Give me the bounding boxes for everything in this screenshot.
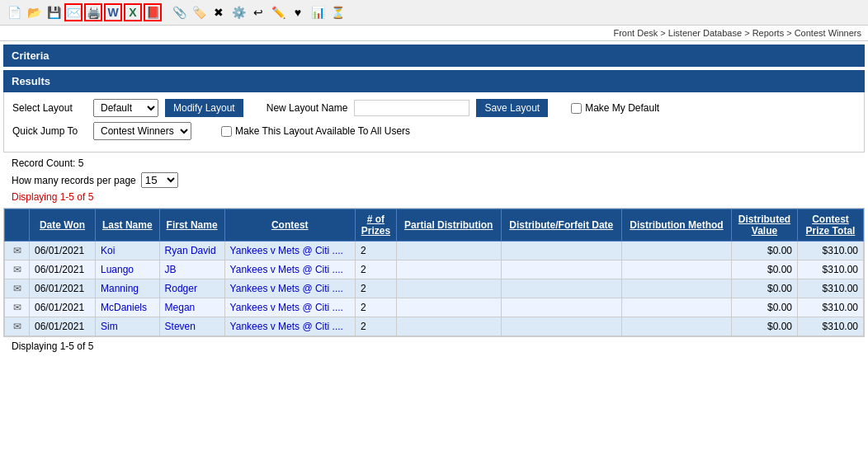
cell-link-first_name[interactable]: Rodger: [165, 283, 197, 294]
col-header-first_name[interactable]: First Name: [159, 209, 224, 242]
spinner-icon[interactable]: ⏳: [328, 3, 347, 21]
cell-link-contest[interactable]: Yankees v Mets @ Citi ....: [230, 302, 343, 313]
col-header-dist_forfeit[interactable]: Distribute/Forfeit Date: [501, 209, 621, 242]
cell-contest_prize_total: $310.00: [798, 298, 864, 317]
cell-dist_value: $0.00: [732, 317, 798, 336]
layout-controls: Select Layout DefaultCustom1Custom2 Modi…: [3, 92, 865, 153]
cell-contest: Yankees v Mets @ Citi ....: [224, 298, 355, 317]
cell-link-first_name[interactable]: Megan: [165, 302, 196, 313]
col-header-date_won[interactable]: Date Won: [30, 209, 96, 242]
quick-jump-select[interactable]: Contest WinnersOption2: [93, 122, 191, 140]
refresh-icon[interactable]: ↩: [249, 3, 267, 21]
make-available-checkbox[interactable]: [221, 126, 232, 137]
cell-link-contest[interactable]: Yankees v Mets @ Citi ....: [230, 264, 343, 275]
email-row-icon[interactable]: ✉: [13, 283, 21, 294]
cell-num_prizes: 2: [355, 260, 396, 279]
edit-icon[interactable]: ✏️: [269, 3, 287, 21]
make-default-label[interactable]: Make My Default: [571, 102, 659, 114]
heart-icon[interactable]: ♥: [289, 3, 307, 21]
cell-link-first_name[interactable]: JB: [165, 264, 177, 275]
cell-date_won: 06/01/2021: [30, 317, 96, 336]
col-header-num_prizes[interactable]: # of Prizes: [355, 209, 396, 242]
table-body: ✉06/01/2021KoiRyan DavidYankees v Mets @…: [5, 242, 864, 336]
open-icon[interactable]: 📂: [25, 3, 43, 21]
cell-first_name: Rodger: [159, 279, 224, 298]
cell-dist_method: [621, 298, 731, 317]
toolbar: 📄📂💾✉️🖨️WX📕📎🏷️✖⚙️↩✏️♥📊⏳: [0, 0, 868, 26]
new-doc-icon[interactable]: 📄: [5, 3, 23, 21]
cell-last_name: Koi: [96, 242, 160, 260]
cell-link-contest[interactable]: Yankees v Mets @ Citi ....: [230, 283, 343, 294]
cell-icon: ✉: [5, 242, 30, 260]
chart-icon[interactable]: 📊: [309, 3, 327, 21]
cell-icon: ✉: [5, 317, 30, 336]
cell-date_won: 06/01/2021: [30, 279, 96, 298]
col-header-partial_dist[interactable]: Partial Distribution: [396, 209, 501, 242]
cell-dist_value: $0.00: [732, 260, 798, 279]
new-layout-name-input[interactable]: [354, 100, 469, 116]
make-default-checkbox[interactable]: [571, 103, 582, 114]
cell-link-last_name[interactable]: Manning: [101, 283, 139, 294]
cell-link-first_name[interactable]: Steven: [165, 321, 196, 332]
cell-link-contest[interactable]: Yankees v Mets @ Citi ....: [230, 321, 343, 332]
col-header-icon: [5, 209, 30, 242]
col-header-contest_prize_total[interactable]: Contest Prize Total: [798, 209, 864, 242]
cell-link-contest[interactable]: Yankees v Mets @ Citi ....: [230, 245, 343, 256]
email-row-icon[interactable]: ✉: [13, 321, 21, 332]
cell-contest_prize_total: $310.00: [798, 279, 864, 298]
cell-date_won: 06/01/2021: [30, 242, 96, 260]
modify-layout-button[interactable]: Modify Layout: [165, 99, 243, 117]
email-row-icon[interactable]: ✉: [13, 264, 21, 275]
print-icon[interactable]: 🖨️: [84, 3, 102, 21]
cell-link-last_name[interactable]: Koi: [101, 245, 115, 256]
col-header-dist_value[interactable]: Distributed Value: [732, 209, 798, 242]
pdf-icon[interactable]: 📕: [144, 3, 162, 21]
cell-icon: ✉: [5, 260, 30, 279]
cell-link-first_name[interactable]: Ryan David: [165, 245, 216, 256]
delete-icon[interactable]: ✖: [210, 3, 228, 21]
cell-partial_dist: [396, 298, 501, 317]
cell-icon: ✉: [5, 279, 30, 298]
cell-contest_prize_total: $310.00: [798, 317, 864, 336]
attach-icon[interactable]: 📎: [170, 3, 188, 21]
cell-link-last_name[interactable]: Luango: [101, 264, 134, 275]
cell-num_prizes: 2: [355, 317, 396, 336]
col-header-last_name[interactable]: Last Name: [96, 209, 160, 242]
save-icon[interactable]: 💾: [45, 3, 63, 21]
cell-num_prizes: 2: [355, 242, 396, 260]
select-layout-label: Select Layout: [12, 102, 87, 114]
cell-dist_method: [621, 317, 731, 336]
save-layout-button[interactable]: Save Layout: [476, 99, 548, 117]
cell-dist_value: $0.00: [732, 242, 798, 260]
cell-link-last_name[interactable]: McDaniels: [101, 302, 147, 313]
excel-icon[interactable]: X: [124, 3, 142, 21]
cell-dist_method: [621, 279, 731, 298]
cell-first_name: JB: [159, 260, 224, 279]
email-row-icon[interactable]: ✉: [13, 302, 21, 313]
results-table: Date WonLast NameFirst NameContest# of P…: [4, 209, 864, 336]
cell-last_name: Luango: [96, 260, 160, 279]
cell-dist_method: [621, 242, 731, 260]
tag-icon[interactable]: 🏷️: [190, 3, 208, 21]
cell-partial_dist: [396, 279, 501, 298]
cell-num_prizes: 2: [355, 279, 396, 298]
cell-last_name: Sim: [96, 317, 160, 336]
cell-dist_forfeit: [501, 317, 621, 336]
col-header-contest[interactable]: Contest: [224, 209, 355, 242]
col-header-dist_method[interactable]: Distribution Method: [621, 209, 731, 242]
word-icon[interactable]: W: [104, 3, 122, 21]
cell-contest: Yankees v Mets @ Citi ....: [224, 242, 355, 260]
make-available-label[interactable]: Make This Layout Available To All Users: [221, 125, 410, 137]
breadcrumb: Front Desk > Listener Database > Reports…: [0, 26, 868, 41]
settings-icon[interactable]: ⚙️: [229, 3, 248, 21]
cell-num_prizes: 2: [355, 298, 396, 317]
cell-link-last_name[interactable]: Sim: [101, 321, 118, 332]
cell-dist_forfeit: [501, 260, 621, 279]
results-header: Results: [3, 70, 865, 92]
cell-partial_dist: [396, 242, 501, 260]
layout-select[interactable]: DefaultCustom1Custom2: [93, 99, 158, 117]
email-icon[interactable]: ✉️: [64, 3, 83, 21]
table-row: ✉06/01/2021ManningRodgerYankees v Mets @…: [5, 279, 864, 298]
per-page-select[interactable]: 152550100: [141, 172, 178, 188]
email-row-icon[interactable]: ✉: [13, 245, 21, 256]
